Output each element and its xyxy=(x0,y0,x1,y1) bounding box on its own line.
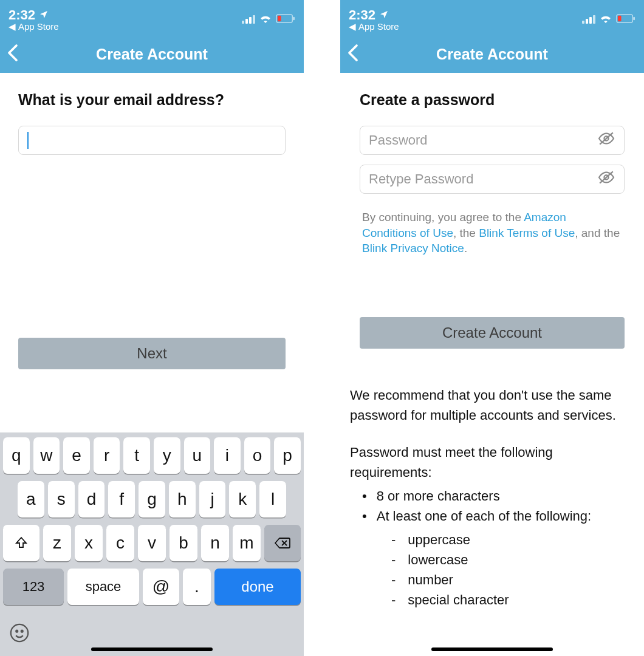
back-app-label: App Store xyxy=(358,21,399,32)
key-v[interactable]: v xyxy=(138,525,166,561)
key-n[interactable]: n xyxy=(201,525,229,561)
back-to-app[interactable]: ◀ App Store xyxy=(349,21,399,32)
wifi-icon xyxy=(259,13,272,26)
location-icon xyxy=(379,7,389,22)
text-cursor xyxy=(27,132,29,149)
svg-rect-1 xyxy=(278,15,281,21)
key-z[interactable]: z xyxy=(43,525,71,561)
page-title: Create Account xyxy=(0,46,304,63)
key-j[interactable]: j xyxy=(199,481,226,518)
key-f[interactable]: f xyxy=(108,481,135,518)
back-app-label: App Store xyxy=(18,21,59,32)
status-left: 2:32 ◀ App Store xyxy=(9,7,59,32)
status-time: 2:32 xyxy=(9,7,35,22)
key-m[interactable]: m xyxy=(233,525,261,561)
req-subitem: special character xyxy=(391,590,634,610)
key-h[interactable]: h xyxy=(169,481,196,518)
emoji-icon[interactable] xyxy=(9,623,30,646)
key-b[interactable]: b xyxy=(170,525,197,561)
status-bar: 2:32 ◀ App Store xyxy=(0,0,304,35)
create-account-button[interactable]: Create Account xyxy=(360,317,625,349)
eye-off-icon[interactable] xyxy=(597,170,615,188)
password-placeholder: Password xyxy=(369,132,597,148)
keyboard-row-1: q w e r t y u i o p xyxy=(3,437,301,474)
battery-icon xyxy=(276,13,295,26)
nav-bar: Create Account xyxy=(340,35,644,73)
page-title: Create Account xyxy=(340,46,644,63)
key-e[interactable]: e xyxy=(63,437,90,474)
email-input[interactable] xyxy=(18,126,286,155)
requirements-heading: Password must meet the following require… xyxy=(350,442,634,482)
key-w[interactable]: w xyxy=(33,437,60,474)
key-done[interactable]: done xyxy=(214,569,301,605)
cellular-icon xyxy=(582,15,595,24)
status-left: 2:32 ◀ App Store xyxy=(349,7,399,32)
battery-icon xyxy=(616,13,635,26)
keyboard-row-2: a s d f g h j k l xyxy=(3,481,301,518)
link-blink-terms[interactable]: Blink Terms of Use xyxy=(479,227,575,239)
key-p[interactable]: p xyxy=(274,437,301,474)
key-shift[interactable] xyxy=(3,525,39,561)
legal-prefix: By continuing, you agree to the xyxy=(362,211,524,224)
key-backspace[interactable] xyxy=(264,525,301,561)
key-dot[interactable]: . xyxy=(183,569,211,605)
svg-rect-2 xyxy=(293,16,295,20)
key-c[interactable]: c xyxy=(106,525,134,561)
key-d[interactable]: d xyxy=(78,481,105,518)
status-bar: 2:32 ◀ App Store xyxy=(340,0,644,35)
password-input[interactable]: Password xyxy=(360,126,625,155)
home-indicator[interactable] xyxy=(91,647,213,651)
req-item: 8 or more characters xyxy=(362,486,634,506)
requirements-list: 8 or more characters At least one of eac… xyxy=(350,486,634,526)
key-r[interactable]: r xyxy=(94,437,120,474)
chevron-left-icon: ◀ xyxy=(9,21,16,32)
keyboard: q w e r t y u i o p a s d f g h j k l z xyxy=(0,432,304,656)
req-subitem: number xyxy=(391,570,634,590)
svg-point-5 xyxy=(11,624,28,641)
recommendation-text: We recommend that you don't use the same… xyxy=(350,385,634,425)
key-x[interactable]: x xyxy=(75,525,103,561)
keyboard-row-4: 123 space @ . done xyxy=(3,569,301,605)
retype-placeholder: Retype Password xyxy=(369,171,597,187)
key-at[interactable]: @ xyxy=(143,569,179,605)
chevron-left-icon: ◀ xyxy=(349,21,356,32)
home-indicator[interactable] xyxy=(431,647,553,651)
svg-point-6 xyxy=(16,630,18,632)
key-o[interactable]: o xyxy=(244,437,271,474)
svg-rect-9 xyxy=(618,15,622,21)
link-blink-privacy[interactable]: Blink Privacy Notice xyxy=(362,242,464,255)
key-s[interactable]: s xyxy=(48,481,75,518)
screen-email: 2:32 ◀ App Store Creat xyxy=(0,0,304,656)
key-i[interactable]: i xyxy=(214,437,241,474)
key-a[interactable]: a xyxy=(18,481,44,518)
cellular-icon xyxy=(242,15,255,24)
key-k[interactable]: k xyxy=(229,481,256,518)
key-t[interactable]: t xyxy=(123,437,150,474)
key-l[interactable]: l xyxy=(259,481,286,518)
screen-password: 2:32 ◀ App Store Creat xyxy=(340,0,644,656)
svg-line-14 xyxy=(600,171,613,183)
key-numbers[interactable]: 123 xyxy=(3,569,64,605)
heading: What is your email address? xyxy=(18,91,286,109)
svg-line-12 xyxy=(600,132,613,144)
key-y[interactable]: y xyxy=(154,437,180,474)
eye-off-icon[interactable] xyxy=(597,131,615,149)
heading: Create a password xyxy=(360,91,625,109)
wifi-icon xyxy=(599,13,612,26)
nav-bar: Create Account xyxy=(0,35,304,73)
next-button[interactable]: Next xyxy=(18,338,286,369)
key-space[interactable]: space xyxy=(67,569,139,605)
legal-suffix: . xyxy=(464,242,467,255)
requirements-sublist: uppercase lowercase number special chara… xyxy=(350,530,634,610)
status-right xyxy=(582,13,635,26)
status-right xyxy=(242,13,295,26)
req-item: At least one of each of the following: xyxy=(362,506,634,526)
legal-mid2: , and the xyxy=(575,227,620,239)
back-to-app[interactable]: ◀ App Store xyxy=(9,21,59,32)
retype-password-input[interactable]: Retype Password xyxy=(360,165,625,194)
key-u[interactable]: u xyxy=(184,437,211,474)
legal-mid1: , the xyxy=(453,227,479,239)
key-q[interactable]: q xyxy=(3,437,30,474)
key-g[interactable]: g xyxy=(139,481,165,518)
legal-text: By continuing, you agree to the Amazon C… xyxy=(360,210,625,256)
